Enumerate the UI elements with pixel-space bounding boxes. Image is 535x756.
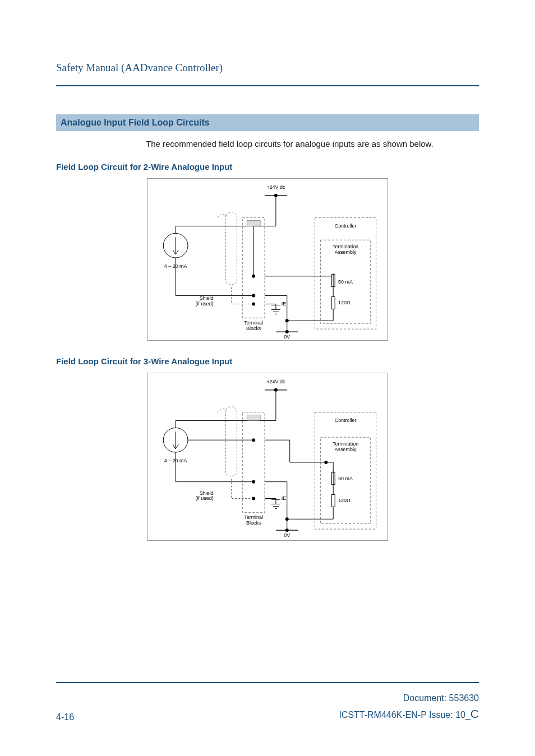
footer-page-num: 4-16 — [56, 712, 74, 722]
svg-point-49 — [252, 480, 255, 484]
label-terminal: Terminal — [244, 320, 263, 326]
svg-rect-70 — [331, 495, 335, 507]
page-footer: 4-16 Document: 553630 ICSTT-RM446K-EN-P … — [56, 692, 479, 723]
footer-divider — [56, 682, 479, 683]
section-heading: Analogue Input Field Loop Circuits — [56, 114, 479, 131]
label-resistor: 120Ω — [338, 300, 350, 305]
svg-rect-14 — [247, 220, 260, 226]
diagram-3wire: +24V dc 4 – 20 mA Shield (if used) — [147, 373, 388, 541]
section-intro-text: The recommended field loop circuits for … — [146, 139, 479, 149]
svg-rect-59 — [315, 412, 376, 530]
page-container: Safety Manual (AADvance Controller) Anal… — [0, 0, 535, 756]
svg-rect-29 — [331, 297, 335, 309]
svg-point-75 — [285, 517, 289, 521]
footer-issue-prefix: ICSTT-RM446K-EN-P Issue: 10_ — [339, 710, 470, 720]
footer-doc-number: Document: 553630 — [339, 692, 479, 705]
svg-point-36 — [285, 330, 289, 333]
label-shield-3w: Shield — [200, 490, 214, 496]
svg-point-34 — [285, 319, 289, 322]
svg-point-12 — [252, 302, 255, 305]
diagram-3wire-wrap: +24V dc 4 – 20 mA Shield (if used) — [56, 373, 479, 541]
label-terminal-blocks-3w: Blocks — [246, 520, 261, 526]
subheading-3wire: Field Loop Circuit for 3-Wire Analogue I… — [56, 356, 479, 366]
label-0v: 0V — [284, 334, 290, 340]
svg-rect-22 — [315, 218, 376, 330]
header-divider — [56, 85, 479, 86]
label-assembly-3w: Assembly — [335, 447, 357, 452]
label-ie-3w: IE — [282, 495, 286, 501]
svg-point-77 — [285, 528, 289, 532]
footer-doc-info: Document: 553630 ICSTT-RM446K-EN-P Issue… — [339, 692, 479, 723]
label-terminal-blocks: Blocks — [246, 326, 261, 331]
diagram-2wire-wrap: +24V dc 4 – 20 mA Shield (if used) — [56, 178, 479, 341]
label-resistor-3w: 120Ω — [338, 498, 350, 503]
svg-point-50 — [252, 497, 255, 500]
label-controller: Controller — [335, 223, 357, 229]
svg-rect-52 — [247, 415, 260, 421]
diagram-2wire: +24V dc 4 – 20 mA Shield (if used) — [147, 178, 388, 341]
label-shield: Shield — [200, 295, 214, 301]
label-ie: IE — [282, 301, 286, 307]
svg-point-46 — [252, 438, 255, 442]
label-terminal-3w: Terminal — [244, 514, 263, 520]
label-termination-3w: Termination — [333, 441, 358, 447]
page-header-title: Safety Manual (AADvance Controller) — [56, 62, 479, 74]
label-top-rail: +24V dc — [266, 184, 285, 190]
footer-issue-suffix: C — [471, 707, 479, 720]
label-assembly: Assembly — [335, 249, 357, 255]
subheading-2wire: Field Loop Circuit for 2-Wire Analogue I… — [56, 162, 479, 171]
label-top-rail-3w: +24V dc — [266, 379, 285, 384]
svg-point-11 — [252, 294, 255, 298]
label-fuse: 50 mA — [338, 279, 353, 285]
label-controller-3w: Controller — [335, 418, 357, 423]
label-shield-ifused-3w: (if used) — [195, 495, 213, 501]
label-termination: Termination — [333, 244, 358, 249]
svg-point-8 — [252, 275, 255, 278]
label-shield-ifused: (if used) — [195, 301, 213, 307]
label-0v-3w: 0V — [284, 532, 290, 538]
label-fuse-3w: 50 mA — [338, 476, 353, 481]
